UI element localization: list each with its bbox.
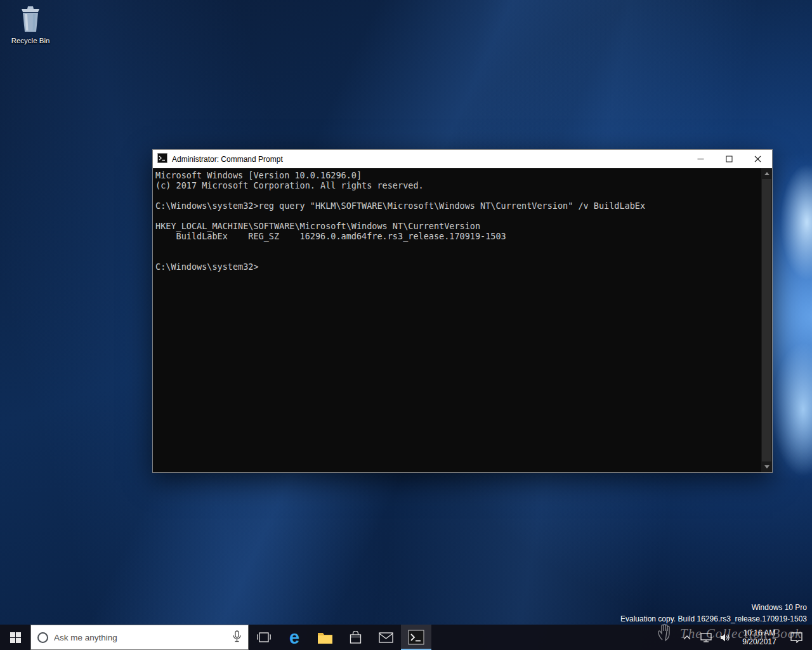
action-center-icon[interactable] bbox=[784, 625, 808, 650]
desktop[interactable]: Recycle Bin Administrator: Command Promp… bbox=[0, 0, 812, 650]
console-line: HKEY_LOCAL_MACHINE\SOFTWARE\Microsoft\Wi… bbox=[155, 221, 760, 231]
console-line bbox=[155, 211, 760, 221]
tray-clock[interactable]: 10:16 AM 9/20/2017 bbox=[735, 625, 784, 650]
search-input[interactable] bbox=[54, 633, 226, 642]
console-line: C:\Windows\system32> bbox=[155, 262, 760, 272]
file-explorer-icon[interactable] bbox=[310, 625, 340, 650]
scroll-down-icon[interactable] bbox=[761, 461, 772, 472]
scrollbar-thumb[interactable] bbox=[762, 179, 771, 461]
taskbar-cmd-icon[interactable] bbox=[401, 625, 431, 650]
start-button[interactable] bbox=[0, 625, 30, 650]
console-line: C:\Windows\system32>reg query "HKLM\SOFT… bbox=[155, 201, 760, 211]
console-line bbox=[155, 251, 760, 262]
cortana-search-box[interactable] bbox=[30, 625, 249, 650]
console-line: (c) 2017 Microsoft Corporation. All righ… bbox=[155, 180, 760, 190]
store-icon[interactable] bbox=[340, 625, 370, 650]
cmd-window: Administrator: Command Prompt Microsoft … bbox=[152, 149, 773, 473]
recycle-bin-icon[interactable]: Recycle Bin bbox=[3, 4, 58, 44]
network-icon[interactable] bbox=[697, 625, 716, 650]
edge-icon[interactable]: e bbox=[279, 625, 310, 650]
cortana-icon bbox=[37, 632, 48, 643]
console-line: Microsoft Windows [Version 10.0.16296.0] bbox=[155, 170, 760, 180]
cmd-icon bbox=[157, 153, 167, 166]
console-line bbox=[155, 190, 760, 201]
window-title: Administrator: Command Prompt bbox=[172, 155, 283, 164]
volume-icon[interactable] bbox=[716, 625, 735, 650]
maximize-button[interactable] bbox=[715, 150, 743, 168]
tray-time: 10:16 AM bbox=[742, 628, 776, 637]
tray-date: 9/20/2017 bbox=[742, 637, 776, 646]
vertical-scrollbar[interactable] bbox=[761, 168, 772, 472]
task-view-button[interactable] bbox=[249, 625, 279, 650]
minimize-button[interactable] bbox=[686, 150, 715, 168]
microphone-icon[interactable] bbox=[232, 630, 242, 645]
close-button[interactable] bbox=[743, 150, 772, 168]
cmd-titlebar[interactable]: Administrator: Command Prompt bbox=[153, 150, 772, 168]
console-line bbox=[155, 241, 760, 251]
trash-bin-icon bbox=[17, 4, 44, 36]
taskbar: e bbox=[0, 625, 812, 650]
evaluation-build-text: Evaluation copy. Build 16296.rs3_release… bbox=[620, 613, 807, 625]
console-output[interactable]: Microsoft Windows [Version 10.0.16296.0]… bbox=[153, 168, 761, 472]
system-tray: 10:16 AM 9/20/2017 bbox=[678, 625, 812, 650]
tray-chevron-up-icon[interactable] bbox=[678, 625, 697, 650]
windows-edition-text: Windows 10 Pro bbox=[620, 602, 807, 613]
scroll-up-icon[interactable] bbox=[761, 168, 772, 179]
console-line: BuildLabEx REG_SZ 16296.0.amd64fre.rs3_r… bbox=[155, 231, 760, 241]
recycle-bin-label: Recycle Bin bbox=[3, 37, 58, 44]
mail-icon[interactable] bbox=[370, 625, 401, 650]
evaluation-watermark: Windows 10 Pro Evaluation copy. Build 16… bbox=[620, 602, 807, 625]
